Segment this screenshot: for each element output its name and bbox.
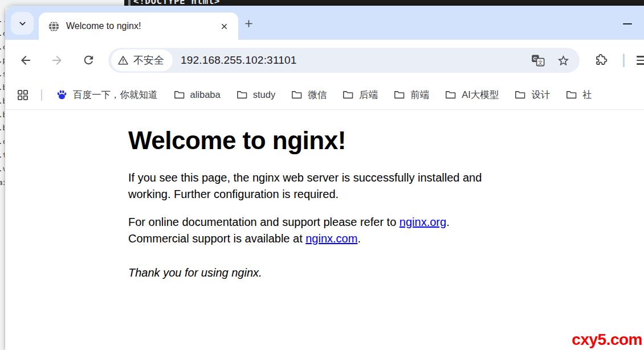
- minimize-button[interactable]: [620, 18, 635, 30]
- link-nginx-com[interactable]: nginx.com: [305, 232, 357, 245]
- tab-strip: Welcome to nginx!: [5, 6, 644, 40]
- bookmark-item[interactable]: study: [236, 89, 275, 101]
- plus-icon: [243, 18, 254, 29]
- back-button[interactable]: [19, 53, 32, 67]
- close-icon: [220, 22, 229, 31]
- reload-button[interactable]: [81, 53, 95, 67]
- folder-icon: [393, 89, 405, 101]
- toolbar: 不安全 192.168.255.102:31101 G 文: [5, 40, 644, 80]
- background-text-fragment: .c: [0, 29, 5, 38]
- folder-icon: [173, 89, 185, 101]
- bookmark-item[interactable]: alibaba: [173, 89, 221, 101]
- bookmark-label: alibaba: [190, 89, 221, 100]
- bookmark-list: 百度一下，你就知道 alibaba study 微信: [56, 89, 592, 101]
- folder-icon: [514, 89, 526, 101]
- paragraph-support: For online documentation and support ple…: [128, 214, 564, 247]
- bookmark-item[interactable]: 社: [565, 89, 592, 101]
- address-bar[interactable]: 不安全 192.168.255.102:31101 G 文: [108, 48, 580, 73]
- forward-arrow-icon: [50, 53, 64, 67]
- tab-welcome-to-nginx[interactable]: Welcome to nginx!: [39, 13, 238, 40]
- extensions-puzzle-icon: [594, 53, 608, 67]
- minimize-icon: [623, 23, 632, 24]
- url-text[interactable]: 192.168.255.102:31101: [181, 54, 529, 67]
- tab-close-button[interactable]: [217, 19, 231, 34]
- bookmark-item[interactable]: 百度一下，你就知道: [56, 89, 158, 101]
- hamburger-icon: [637, 56, 644, 57]
- link-nginx-org[interactable]: nginx.org: [400, 216, 446, 228]
- bookmark-item[interactable]: 微信: [291, 89, 327, 101]
- new-tab-button[interactable]: [240, 15, 257, 32]
- browser-window: Welcome to nginx!: [5, 6, 644, 350]
- bookmarks-divider: [41, 89, 42, 101]
- folder-icon: [236, 89, 248, 101]
- folder-icon: [445, 89, 456, 101]
- bookmark-label: 前端: [410, 89, 429, 101]
- bookmark-label: AI大模型: [462, 89, 499, 101]
- background-text-fragment: .b: [0, 110, 5, 119]
- apps-button[interactable]: [16, 88, 30, 102]
- bookmark-item[interactable]: 设计: [514, 89, 550, 101]
- bookmarks-bar: 百度一下，你就知道 alibaba study 微信: [5, 80, 644, 110]
- globe-favicon-icon: [48, 20, 60, 32]
- star-icon: [557, 54, 570, 67]
- svg-text:文: 文: [537, 59, 543, 65]
- watermark: cxy5.com: [572, 331, 642, 349]
- warning-triangle-icon: [117, 55, 129, 66]
- bookmark-item[interactable]: AI大模型: [445, 89, 499, 101]
- bookmark-label: 百度一下，你就知道: [73, 89, 158, 101]
- background-text-fragment: .b: [0, 83, 5, 92]
- security-chip[interactable]: 不安全: [111, 50, 173, 71]
- bookmark-label: study: [253, 89, 275, 100]
- page-title: Welcome to nginx!: [128, 125, 644, 156]
- bookmark-label: 后端: [359, 89, 378, 101]
- tab-search-button[interactable]: [11, 12, 34, 35]
- translate-button[interactable]: G 文: [529, 52, 547, 69]
- background-text-fragment: ..: [0, 15, 5, 24]
- reload-icon: [82, 53, 95, 67]
- background-text-fragment: .c: [0, 137, 5, 146]
- bookmark-item[interactable]: 后端: [342, 89, 378, 101]
- background-left-strip: ...c.c.p.s.b.b.b.b.c.t.vai: [0, 7, 5, 350]
- bookmark-label: 微信: [308, 89, 327, 101]
- bookmark-item[interactable]: 前端: [393, 89, 429, 101]
- background-text-fragment: .v: [0, 164, 5, 173]
- tab-title: Welcome to nginx!: [66, 21, 217, 31]
- background-text-fragment: ai: [0, 178, 5, 187]
- background-text-fragment: .c: [0, 43, 5, 51]
- folder-icon: [291, 89, 303, 101]
- baidu-paw-icon: [56, 89, 68, 101]
- bookmark-label: 社: [582, 89, 592, 101]
- folder-icon: [342, 89, 354, 101]
- page-content: Welcome to nginx! If you see this page, …: [5, 110, 644, 281]
- security-label: 不安全: [133, 53, 164, 67]
- background-text-fragment: .t: [0, 151, 5, 159]
- browser-menu-button[interactable]: [637, 53, 644, 68]
- background-text-fragment: .s: [0, 69, 5, 78]
- back-arrow-icon: [19, 53, 32, 67]
- background-text-fragment: .b: [0, 123, 5, 132]
- translate-icon: G 文: [531, 53, 545, 67]
- chevron-down-icon: [18, 19, 27, 28]
- forward-button[interactable]: [50, 53, 64, 67]
- apps-grid-icon: [17, 89, 29, 101]
- bookmark-label: 设计: [531, 89, 550, 101]
- bookmark-star-button[interactable]: [555, 52, 572, 69]
- extensions-button[interactable]: [592, 51, 609, 68]
- screen: <!DOCTYPE html> ...c.c.p.s.b.b.b.b.c.t.v…: [0, 0, 644, 350]
- folder-icon: [565, 89, 577, 101]
- toolbar-divider: [623, 53, 625, 67]
- paragraph-installed: If you see this page, the nginx web serv…: [128, 170, 564, 203]
- background-text-fragment: .b: [0, 97, 5, 105]
- paragraph-thanks: Thank you for using nginx.: [128, 265, 564, 281]
- background-text-fragment: .p: [0, 56, 5, 64]
